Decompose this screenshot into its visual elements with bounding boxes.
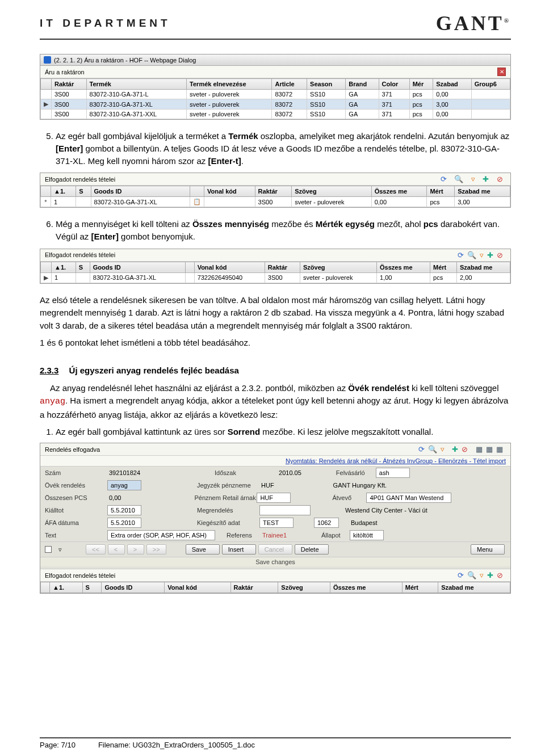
- section-title: Új egyszeri anyag rendelés fejléc beadás…: [69, 366, 239, 375]
- felvasarlo-input[interactable]: ash: [376, 468, 410, 478]
- stock-table: RaktárTermékTermék elnevezéseArticleSeas…: [40, 78, 510, 119]
- page-number: Page: 7/10: [40, 741, 76, 749]
- delete-icon: ⊘: [497, 175, 505, 183]
- save-button[interactable]: Save: [186, 544, 220, 555]
- close-icon[interactable]: ✕: [497, 68, 506, 76]
- dialog-title: (2. 2. 1. 2) Áru a raktáron - HOF -- Web…: [54, 57, 196, 64]
- kieg-input[interactable]: TEST: [259, 518, 294, 528]
- cancel-button[interactable]: Cancel: [258, 544, 292, 555]
- order-table-a: ▲1.SGoods IDVonal kódRaktárSzövegÖsszes …: [40, 186, 510, 207]
- dept-label: IT DEPARTMENT: [40, 17, 171, 30]
- nav-first-button[interactable]: <<: [86, 544, 106, 555]
- ovek-input[interactable]: anyag: [107, 480, 141, 490]
- section-heading: 2.3.3 Új egyszeri anyag rendelés fejléc …: [40, 366, 511, 375]
- nav-next-button[interactable]: >: [127, 544, 144, 555]
- text-input[interactable]: Extra order (SOP, ASP, HOF, ASH): [107, 530, 215, 540]
- nav-last-button[interactable]: >>: [146, 544, 166, 555]
- order-items-panel-b: Elfogadot rendelés tételei ⟳🔍▿✚⊘ ▲1.SGoo…: [40, 249, 511, 284]
- body-paragraph-2: 1 és 6 pontokat lehet ismétleni a több t…: [40, 337, 511, 350]
- order-header-form: Rendelés elfogadva ⟳🔍▿ ✚⊘ ▦▦▦ Nyomtatás:…: [40, 443, 511, 594]
- export-icon: ▦: [486, 445, 495, 453]
- ie-icon: [44, 56, 51, 64]
- penznem-input[interactable]: HUF: [257, 493, 291, 503]
- brand-logo: GANT®: [436, 11, 511, 35]
- print-links[interactable]: Nyomtatás: Rendelés árak nélkül - Átnézé…: [286, 457, 506, 464]
- afa-input[interactable]: 5.5.2010: [107, 518, 141, 528]
- instruction-list-1b: Az egér ball gombjával kattintunk az üre…: [40, 426, 511, 438]
- section-number: 2.3.3: [40, 366, 58, 375]
- megrend-input[interactable]: [259, 505, 311, 515]
- atvevo-input[interactable]: 4P01 GANT Man Westend: [366, 493, 451, 503]
- allapot-input[interactable]: kitöltött: [350, 530, 384, 540]
- order-table-b: ▲1.SGoods IDVonal kódRaktárSzövegÖsszes …: [40, 262, 510, 283]
- instruction-1b: Az egér ball gombjával kattintunk az üre…: [56, 426, 511, 438]
- kialltot-input[interactable]: 5.5.2010: [107, 505, 141, 515]
- filename: Filename: UG032h_ExtraOrders_100505_1.do…: [98, 741, 255, 749]
- menu-button[interactable]: Menu: [471, 544, 505, 555]
- body-paragraph-3: Az anyag rendelésnél lehet használni az …: [40, 382, 511, 422]
- order-items-panel-a: Elfogadot rendelés tételei ⟳ 🔍 ▿ ✚ ⊘ ▲1.…: [40, 173, 511, 208]
- instruction-list-6: Még a mennyiséget ki kell tölteni az Öss…: [40, 218, 511, 243]
- form-toolbar-icons: ⟳🔍▿ ✚⊘ ▦▦▦: [418, 445, 506, 453]
- tools-icon: ▦: [496, 445, 505, 453]
- page-header: IT DEPARTMENT GANT®: [40, 11, 511, 40]
- search-icon: 🔍: [454, 175, 466, 183]
- delete-button[interactable]: Delete: [295, 544, 329, 555]
- panel-toolbar-icons: ⟳ 🔍 ▿ ✚ ⊘: [440, 175, 506, 183]
- instruction-5: Az egér ball gombjával kijelöljuk a term…: [56, 130, 511, 167]
- panel-toolbar-icons: ⟳🔍▿✚⊘: [457, 251, 506, 259]
- refresh-icon: ⟳: [441, 175, 449, 183]
- panel3-table: ▲1.SGoods IDVonal kódRaktárSzövegÖsszes …: [40, 582, 510, 593]
- page-footer: Page: 7/10 Filename: UG032h_ExtraOrders_…: [40, 737, 511, 749]
- dialog-subtitle: Áru a raktáron: [45, 69, 85, 75]
- instruction-6: Még a mennyiséget ki kell tölteni az Öss…: [56, 218, 511, 243]
- save-changes-label: Save changes: [40, 557, 510, 566]
- insert-button[interactable]: Insert: [222, 544, 256, 555]
- panel3-title: Elfogadot rendelés tételei: [45, 572, 115, 579]
- form-title: Rendelés elfogadva: [45, 446, 100, 453]
- filter-checkbox[interactable]: [45, 546, 52, 553]
- body-paragraph-1: Az elsó tétele a rendelésnek sikeresen b…: [40, 294, 511, 333]
- panel-title: Elfogadot rendelés tételei: [45, 176, 115, 183]
- instruction-list-5: Az egér ball gombjával kijelöljuk a term…: [40, 130, 511, 167]
- filter-icon: ▿: [471, 175, 477, 183]
- panel-title: Elfogadot rendelés tételei: [45, 251, 115, 258]
- report-icon: ▦: [476, 445, 485, 453]
- nav-prev-button[interactable]: <: [108, 544, 125, 555]
- stock-dialog-screenshot: (2. 2. 1. 2) Áru a raktáron - HOF -- Web…: [40, 54, 511, 120]
- dialog-titlebar: (2. 2. 1. 2) Áru a raktáron - HOF -- Web…: [40, 54, 510, 66]
- add-icon: ✚: [483, 175, 491, 183]
